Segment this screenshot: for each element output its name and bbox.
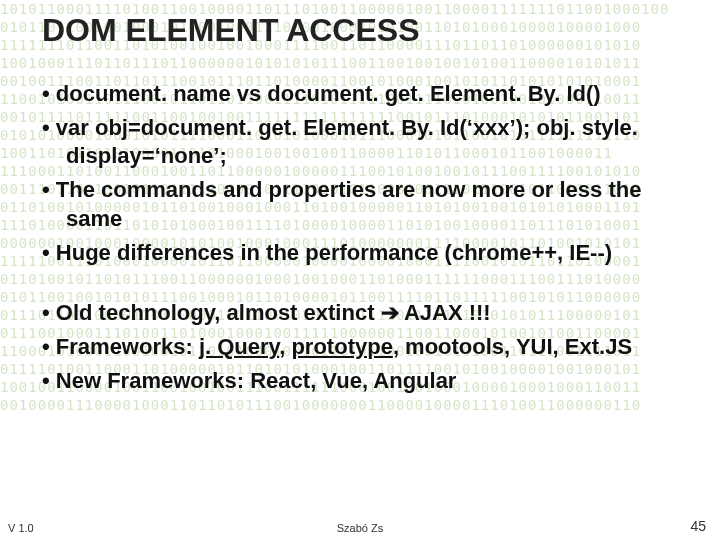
text: Old technology, almost extinct <box>56 300 381 325</box>
bullet-item: The commands and properties are now more… <box>42 176 680 232</box>
bullet-item: Frameworks: j. Query, prototype, mootool… <box>42 333 680 361</box>
text: , <box>279 334 291 359</box>
bullet-item: var obj=document. get. Element. By. Id(‘… <box>42 114 680 170</box>
footer-page-number: 45 <box>690 518 706 534</box>
bullet-list-bottom: Old technology, almost extinct ➔ AJAX !!… <box>42 299 680 395</box>
text: , mootools, YUI, Ext.JS <box>393 334 632 359</box>
text: AJAX !!! <box>404 300 491 325</box>
link-jquery: j. Query <box>199 334 279 359</box>
bullet-item: Huge differences in the performance (chr… <box>42 239 680 267</box>
bullet-item: Old technology, almost extinct ➔ AJAX !!… <box>42 299 680 327</box>
link-prototype: prototype <box>291 334 392 359</box>
footer-author: Szabó Zs <box>0 522 720 534</box>
slide-body: document. name vs document. get. Element… <box>42 80 680 401</box>
arrow-right-icon: ➔ <box>381 300 399 325</box>
text: Frameworks: <box>56 334 199 359</box>
slide-title: DOM ELEMENT ACCESS <box>42 12 420 49</box>
bullet-item: New Frameworks: React, Vue, Angular <box>42 367 680 395</box>
bullet-list-top: document. name vs document. get. Element… <box>42 80 680 267</box>
bullet-item: document. name vs document. get. Element… <box>42 80 680 108</box>
slide: 1010110001111010011001000011011101001100… <box>0 0 720 540</box>
